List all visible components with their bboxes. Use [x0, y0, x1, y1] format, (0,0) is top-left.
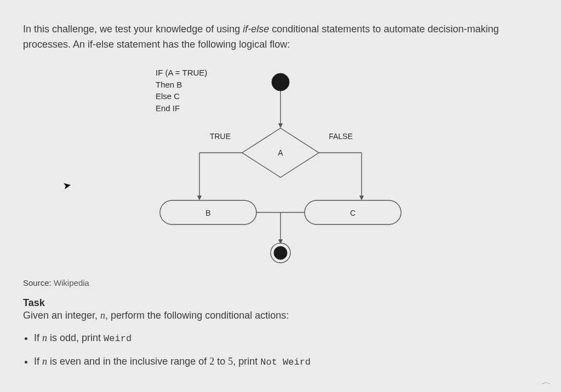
li1-to: to: [214, 356, 228, 367]
chevron-up-icon: ︿: [541, 378, 551, 387]
given-post: , perform the following conditional acti…: [105, 310, 289, 321]
task-list: If n is odd, print Weird If n is even an…: [23, 332, 538, 367]
li0-mid: is odd, print: [47, 332, 104, 343]
source-label: Source:: [23, 278, 54, 287]
true-label: TRUE: [210, 132, 231, 141]
li1-mid: is even and in the inclusive range of: [47, 356, 209, 367]
li1-pre: If: [34, 356, 42, 367]
flowchart-svg: A TRUE FALSE B C: [138, 62, 423, 270]
task-given: Given an integer, n, perform the followi…: [23, 310, 538, 321]
source-credit: Source: Wikipedia: [23, 278, 538, 287]
li1-r1: 2: [209, 356, 214, 367]
li1-code: Not Weird: [260, 357, 311, 367]
branch-c-label: C: [350, 209, 356, 217]
condition-label: A: [278, 148, 283, 157]
start-node-icon: [272, 73, 289, 91]
list-item: If n is even and in the inclusive range …: [34, 356, 538, 367]
task-heading: Task: [23, 297, 538, 309]
false-label: FALSE: [329, 132, 353, 141]
intro-em: if-else: [243, 24, 269, 34]
li1-var: n: [42, 356, 47, 367]
li0-pre: If: [34, 332, 42, 343]
intro-paragraph: In this challenge, we test your knowledg…: [23, 22, 538, 53]
li1-postr: , print: [233, 356, 260, 367]
li1-r2: 5: [228, 356, 233, 367]
li0-code: Weird: [104, 333, 131, 344]
end-node-inner-icon: [274, 246, 287, 260]
li0-var: n: [42, 332, 47, 343]
intro-pre: In this challenge, we test your knowledg…: [23, 24, 243, 34]
branch-b-label: B: [205, 209, 210, 217]
flowchart-container: IF (A = TRUE) Then B Else C End IF A: [23, 62, 538, 270]
list-item: If n is odd, print Weird: [34, 332, 538, 344]
given-var: n: [100, 310, 105, 321]
source-link[interactable]: Wikipedia: [54, 278, 89, 287]
given-pre: Given an integer,: [23, 310, 100, 321]
